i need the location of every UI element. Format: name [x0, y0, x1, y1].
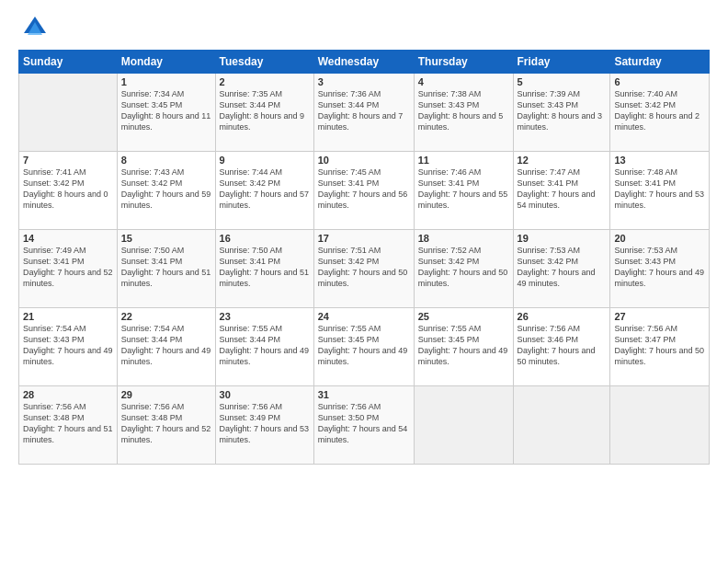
day-number: 10: [318, 155, 410, 166]
day-number: 14: [23, 233, 113, 244]
calendar-cell: 15Sunrise: 7:50 AM Sunset: 3:41 PM Dayli…: [117, 230, 215, 308]
calendar-cell: 12Sunrise: 7:47 AM Sunset: 3:41 PM Dayli…: [513, 152, 610, 230]
day-number: 20: [614, 233, 705, 244]
header: [18, 15, 710, 40]
day-number: 16: [220, 233, 310, 244]
calendar-cell: 10Sunrise: 7:45 AM Sunset: 3:41 PM Dayli…: [313, 152, 414, 230]
day-number: 18: [418, 233, 509, 244]
calendar-week-row: 1Sunrise: 7:34 AM Sunset: 3:45 PM Daylig…: [19, 74, 710, 152]
cell-details: Sunrise: 7:54 AM Sunset: 3:43 PM Dayligh…: [23, 323, 113, 368]
day-number: 13: [614, 155, 705, 166]
day-number: 26: [518, 311, 607, 322]
calendar-cell: 29Sunrise: 7:56 AM Sunset: 3:48 PM Dayli…: [117, 386, 215, 465]
calendar-cell: 23Sunrise: 7:55 AM Sunset: 3:44 PM Dayli…: [215, 308, 313, 386]
cell-details: Sunrise: 7:51 AM Sunset: 3:42 PM Dayligh…: [318, 245, 410, 290]
cell-details: Sunrise: 7:54 AM Sunset: 3:44 PM Dayligh…: [121, 323, 211, 368]
calendar-cell: 28Sunrise: 7:56 AM Sunset: 3:48 PM Dayli…: [19, 386, 118, 465]
calendar-cell: 3Sunrise: 7:36 AM Sunset: 3:44 PM Daylig…: [313, 74, 414, 152]
calendar-cell: 16Sunrise: 7:50 AM Sunset: 3:41 PM Dayli…: [215, 230, 313, 308]
header-row: SundayMondayTuesdayWednesdayThursdayFrid…: [19, 51, 710, 74]
cell-details: Sunrise: 7:39 AM Sunset: 3:43 PM Dayligh…: [518, 88, 607, 133]
cell-details: Sunrise: 7:55 AM Sunset: 3:45 PM Dayligh…: [418, 323, 509, 368]
calendar-cell: 1Sunrise: 7:34 AM Sunset: 3:45 PM Daylig…: [117, 74, 215, 152]
day-number: 31: [318, 389, 410, 400]
cell-details: Sunrise: 7:49 AM Sunset: 3:41 PM Dayligh…: [23, 245, 113, 290]
cell-details: Sunrise: 7:52 AM Sunset: 3:42 PM Dayligh…: [418, 245, 509, 290]
cell-details: Sunrise: 7:56 AM Sunset: 3:50 PM Dayligh…: [318, 401, 410, 446]
day-number: 21: [23, 311, 113, 322]
cell-details: Sunrise: 7:48 AM Sunset: 3:41 PM Dayligh…: [614, 167, 705, 212]
day-number: 27: [614, 311, 705, 322]
calendar-cell: 7Sunrise: 7:41 AM Sunset: 3:42 PM Daylig…: [19, 152, 118, 230]
calendar-cell: 8Sunrise: 7:43 AM Sunset: 3:42 PM Daylig…: [117, 152, 215, 230]
day-number: 2: [220, 76, 310, 87]
calendar-cell: 13Sunrise: 7:48 AM Sunset: 3:41 PM Dayli…: [610, 152, 710, 230]
header-cell: Sunday: [19, 51, 118, 74]
cell-details: Sunrise: 7:45 AM Sunset: 3:41 PM Dayligh…: [318, 167, 410, 212]
calendar-cell: 26Sunrise: 7:56 AM Sunset: 3:46 PM Dayli…: [513, 308, 610, 386]
header-cell: Monday: [117, 51, 215, 74]
cell-details: Sunrise: 7:53 AM Sunset: 3:43 PM Dayligh…: [614, 245, 705, 290]
calendar-cell: 19Sunrise: 7:53 AM Sunset: 3:42 PM Dayli…: [513, 230, 610, 308]
cell-details: Sunrise: 7:43 AM Sunset: 3:42 PM Dayligh…: [121, 167, 211, 212]
cell-details: Sunrise: 7:44 AM Sunset: 3:42 PM Dayligh…: [220, 167, 310, 212]
calendar-cell: 20Sunrise: 7:53 AM Sunset: 3:43 PM Dayli…: [610, 230, 710, 308]
day-number: 8: [121, 155, 211, 166]
calendar-cell: 27Sunrise: 7:56 AM Sunset: 3:47 PM Dayli…: [610, 308, 710, 386]
day-number: 15: [121, 233, 211, 244]
calendar-cell: 9Sunrise: 7:44 AM Sunset: 3:42 PM Daylig…: [215, 152, 313, 230]
header-cell: Tuesday: [215, 51, 313, 74]
day-number: 11: [418, 155, 509, 166]
cell-details: Sunrise: 7:35 AM Sunset: 3:44 PM Dayligh…: [220, 88, 310, 133]
cell-details: Sunrise: 7:56 AM Sunset: 3:46 PM Dayligh…: [518, 323, 607, 368]
logo-icon: [22, 15, 48, 40]
cell-details: Sunrise: 7:50 AM Sunset: 3:41 PM Dayligh…: [220, 245, 310, 290]
calendar-body: 1Sunrise: 7:34 AM Sunset: 3:45 PM Daylig…: [19, 74, 710, 465]
day-number: 30: [220, 389, 310, 400]
calendar-cell: 5Sunrise: 7:39 AM Sunset: 3:43 PM Daylig…: [513, 74, 610, 152]
day-number: 4: [418, 76, 509, 87]
calendar-cell: [610, 386, 710, 465]
page: SundayMondayTuesdayWednesdayThursdayFrid…: [0, 0, 728, 563]
cell-details: Sunrise: 7:55 AM Sunset: 3:44 PM Dayligh…: [220, 323, 310, 368]
logo: [18, 15, 48, 40]
day-number: 17: [318, 233, 410, 244]
cell-details: Sunrise: 7:55 AM Sunset: 3:45 PM Dayligh…: [318, 323, 410, 368]
day-number: 9: [220, 155, 310, 166]
calendar-cell: 11Sunrise: 7:46 AM Sunset: 3:41 PM Dayli…: [414, 152, 513, 230]
day-number: 12: [518, 155, 607, 166]
calendar-cell: 6Sunrise: 7:40 AM Sunset: 3:42 PM Daylig…: [610, 74, 710, 152]
cell-details: Sunrise: 7:56 AM Sunset: 3:49 PM Dayligh…: [220, 401, 310, 446]
header-cell: Saturday: [610, 51, 710, 74]
calendar-header: SundayMondayTuesdayWednesdayThursdayFrid…: [19, 51, 710, 74]
calendar-cell: 22Sunrise: 7:54 AM Sunset: 3:44 PM Dayli…: [117, 308, 215, 386]
day-number: 1: [121, 76, 211, 87]
header-cell: Friday: [513, 51, 610, 74]
cell-details: Sunrise: 7:41 AM Sunset: 3:42 PM Dayligh…: [23, 167, 113, 212]
calendar-week-row: 7Sunrise: 7:41 AM Sunset: 3:42 PM Daylig…: [19, 152, 710, 230]
calendar-cell: 2Sunrise: 7:35 AM Sunset: 3:44 PM Daylig…: [215, 74, 313, 152]
day-number: 19: [518, 233, 607, 244]
calendar-cell: 14Sunrise: 7:49 AM Sunset: 3:41 PM Dayli…: [19, 230, 118, 308]
day-number: 5: [518, 76, 607, 87]
calendar-cell: 24Sunrise: 7:55 AM Sunset: 3:45 PM Dayli…: [313, 308, 414, 386]
day-number: 23: [220, 311, 310, 322]
calendar-week-row: 28Sunrise: 7:56 AM Sunset: 3:48 PM Dayli…: [19, 386, 710, 465]
day-number: 7: [23, 155, 113, 166]
day-number: 22: [121, 311, 211, 322]
calendar-cell: 18Sunrise: 7:52 AM Sunset: 3:42 PM Dayli…: [414, 230, 513, 308]
calendar-cell: 31Sunrise: 7:56 AM Sunset: 3:50 PM Dayli…: [313, 386, 414, 465]
calendar-cell: 4Sunrise: 7:38 AM Sunset: 3:43 PM Daylig…: [414, 74, 513, 152]
calendar-cell: 17Sunrise: 7:51 AM Sunset: 3:42 PM Dayli…: [313, 230, 414, 308]
day-number: 25: [418, 311, 509, 322]
cell-details: Sunrise: 7:36 AM Sunset: 3:44 PM Dayligh…: [318, 88, 410, 133]
calendar-table: SundayMondayTuesdayWednesdayThursdayFrid…: [18, 50, 710, 465]
cell-details: Sunrise: 7:56 AM Sunset: 3:48 PM Dayligh…: [121, 401, 211, 446]
calendar-week-row: 14Sunrise: 7:49 AM Sunset: 3:41 PM Dayli…: [19, 230, 710, 308]
cell-details: Sunrise: 7:50 AM Sunset: 3:41 PM Dayligh…: [121, 245, 211, 290]
cell-details: Sunrise: 7:46 AM Sunset: 3:41 PM Dayligh…: [418, 167, 509, 212]
calendar-cell: [19, 74, 118, 152]
header-cell: Thursday: [414, 51, 513, 74]
calendar-cell: 25Sunrise: 7:55 AM Sunset: 3:45 PM Dayli…: [414, 308, 513, 386]
cell-details: Sunrise: 7:38 AM Sunset: 3:43 PM Dayligh…: [418, 88, 509, 133]
